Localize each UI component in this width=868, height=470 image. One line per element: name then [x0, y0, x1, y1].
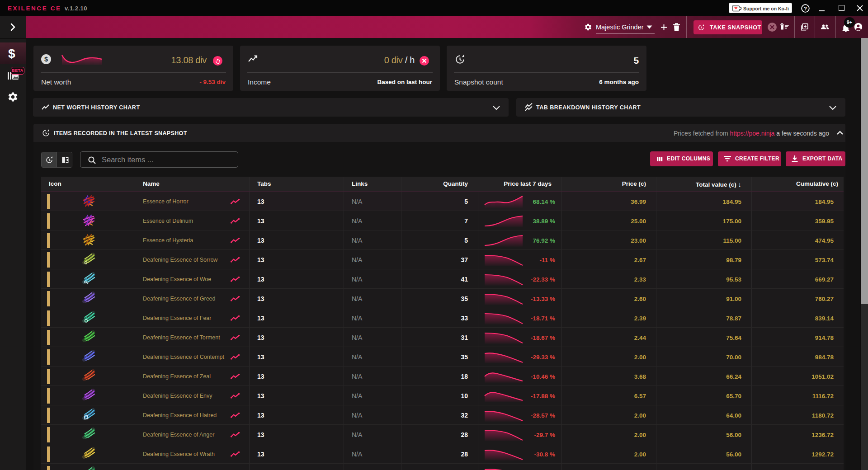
- svg-text:$: $: [44, 56, 48, 63]
- svg-text:?: ?: [804, 6, 807, 11]
